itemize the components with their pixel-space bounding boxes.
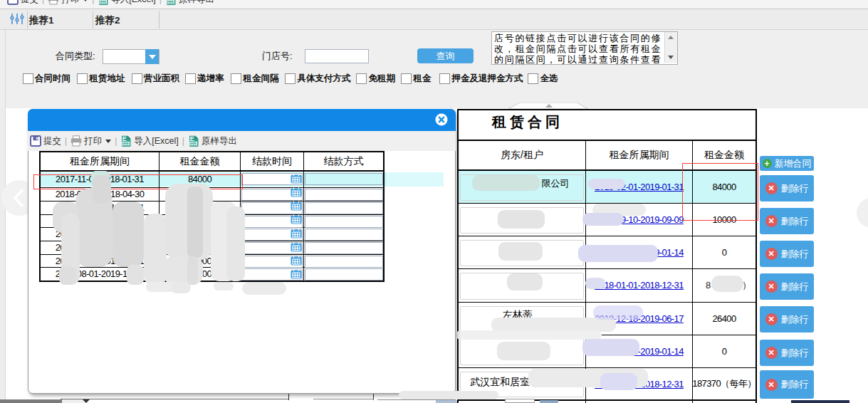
- svg-text:E: E: [122, 135, 127, 142]
- svg-text:E: E: [190, 135, 194, 142]
